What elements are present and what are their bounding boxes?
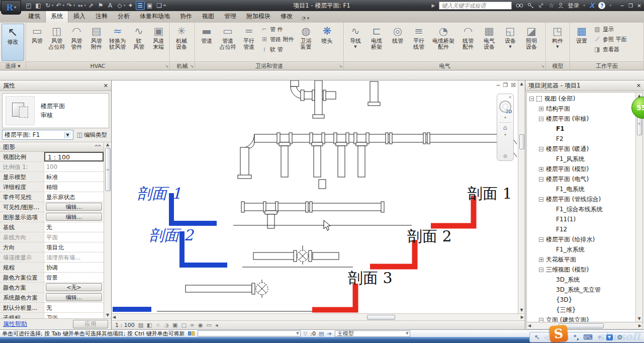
tree-item-f1-water-system[interactable]: F1_水系统 (527, 244, 635, 254)
tab-addins[interactable]: 附加模块 (241, 11, 275, 23)
ime-punctuation-icon[interactable]: °, (574, 333, 579, 341)
reveal-hidden-elements-icon[interactable]: ◉ (198, 322, 203, 328)
ime-settings-icon[interactable]: ⚙ (617, 333, 623, 341)
aligned-dimension-button[interactable]: ⇗ (86, 1, 96, 10)
browser-horizontal-scrollbar[interactable]: ◀ ▶ (526, 322, 643, 329)
collapse-toggle[interactable] (539, 268, 543, 272)
system-color-scheme-button[interactable]: 编辑... (46, 293, 102, 301)
tree-item-floor-plans-audit[interactable]: 楼层平面 (审核) (527, 114, 635, 124)
view-minimize-button[interactable]: ─ (497, 82, 500, 89)
show-crop-region-icon[interactable]: ▢ (181, 322, 186, 328)
login-button[interactable]: 登录 (568, 2, 579, 10)
close-icon[interactable]: ✕ (104, 82, 108, 89)
dialog-launcher-icon[interactable]: ↘ (190, 64, 194, 68)
duct-placeholder-button[interactable]: ◫风管 占位符 (47, 23, 66, 51)
worksharing-icon[interactable] (188, 331, 195, 335)
panel-label-work-plane[interactable]: 工作平面 (570, 61, 643, 70)
modify-button[interactable]: ↖ 修改 (2, 24, 24, 61)
scroll-up-icon[interactable]: ▲ (106, 142, 109, 147)
app-menu-button[interactable]: R▾ (1, 0, 21, 15)
tree-item-floor-plans-model[interactable]: 楼层平面 (模型) (527, 164, 635, 174)
properties-title-bar[interactable]: 属性 ✕ (0, 80, 111, 91)
pipe-button[interactable]: ▬管道 (196, 23, 217, 44)
scroll-right-icon[interactable]: ▶ (521, 315, 525, 319)
ime-skin-icon[interactable]: ▼ (606, 334, 613, 340)
sync-button[interactable]: ↻ (43, 1, 52, 10)
reference-plane-button[interactable]: ⟋参照 平面 (592, 35, 628, 43)
communication-icon[interactable] (538, 3, 544, 9)
collapse-toggle[interactable] (529, 97, 534, 101)
dialog-launcher-icon[interactable]: ↘ (541, 64, 544, 68)
tree-item-3d-system-no-risers[interactable]: 3D_系统_无立管 (527, 285, 635, 295)
canvas-vertical-scrollbar[interactable]: ▲ ▼ (518, 80, 525, 313)
editable-only-icon[interactable]: ▤ (319, 330, 324, 337)
property-row[interactable]: 系统颜色方案编辑... (0, 293, 104, 303)
exchange-apps-button[interactable]: X (589, 2, 595, 10)
sun-path-icon[interactable]: ☼ (156, 322, 161, 328)
section-button[interactable]: ✦ (126, 1, 135, 10)
measure-button[interactable]: ↔ (76, 1, 85, 10)
conduit-button[interactable]: ◎线管 (387, 23, 408, 44)
text-button[interactable]: A (106, 1, 115, 10)
flex-pipe-button[interactable]: ≀软 管 (259, 45, 296, 53)
view-close-button[interactable]: ☒ (511, 82, 516, 89)
floor-plan-canvas[interactable]: 剖面 1 剖面 2 剖面 1 剖面 2 剖面 3 (112, 80, 517, 313)
tree-item-views-all[interactable]: 视图 (全部) (527, 94, 635, 104)
sprinkler-button[interactable]: ❋喷头 (317, 23, 338, 44)
panel-label-model[interactable]: 模型 (546, 61, 570, 70)
properties-help-link[interactable]: 属性帮助 (3, 320, 27, 328)
property-row[interactable]: 方向项目北 (0, 242, 104, 252)
scroll-down-icon[interactable]: ▼ (637, 316, 640, 322)
canvas-horizontal-scrollbar[interactable]: ◀ ▶ (112, 314, 525, 321)
open-button[interactable]: ◰ (24, 1, 33, 10)
redo-button[interactable]: ↷ (65, 1, 74, 10)
section-label-red-3[interactable]: 剖面 3 (348, 269, 393, 287)
pipe-accessory-button[interactable]: ⊞管路 附件 (259, 35, 296, 43)
wire-button[interactable]: ∿导线▼ (345, 23, 366, 49)
close-icon[interactable]: ✕ (636, 82, 641, 89)
tree-item-3d-cn[interactable]: {三维} (527, 305, 635, 315)
switch-windows-button[interactable]: ❏ (155, 1, 164, 10)
ime-pointer-icon[interactable]: ↖ (534, 333, 540, 341)
cable-tray-button[interactable]: ⊏电缆 桥架 (366, 23, 387, 51)
tab-view[interactable]: 视图 (197, 11, 219, 23)
color-scheme-button[interactable]: <无> (46, 283, 102, 291)
pipe-fitting-button[interactable]: ⌐管 件 (259, 25, 296, 33)
restore-button[interactable]: ❐ (627, 2, 634, 10)
scroll-up-icon[interactable]: ▲ (520, 80, 523, 86)
tree-item-floor-plans-plumbing[interactable]: 楼层平面 (给排水) (527, 234, 635, 244)
tree-item-f1-cabling-system[interactable]: F1_综合布线系统 (527, 204, 635, 214)
apply-button[interactable]: 应用 (73, 320, 108, 328)
conduit-fitting-button[interactable]: ◠线管 配件 (457, 23, 479, 51)
section-label-blue-2[interactable]: 剖面 2 (149, 226, 195, 244)
navbar-collapse-icon[interactable]: ⊖ (503, 153, 507, 159)
ime-extra-icon[interactable]: ✦ (597, 333, 602, 341)
undo-button[interactable]: ↶ (54, 1, 63, 10)
ime-keyboard-icon[interactable]: ⌨ (583, 333, 593, 341)
properties-scrollbar[interactable]: ▲ ≡ ▼ (104, 142, 111, 318)
scale-button[interactable]: 1 : 100 (115, 322, 135, 328)
tree-item-3d-default[interactable]: {3D} (527, 295, 635, 305)
browser-vertical-scrollbar[interactable]: ▲ ≡ ▼ (635, 93, 642, 322)
tab-systems[interactable]: 系统 (45, 10, 68, 23)
collapse-toggle[interactable] (539, 147, 543, 151)
tab-insert[interactable]: 插入 (68, 11, 90, 23)
ime-prev-icon[interactable]: ◁ (544, 333, 549, 341)
property-row[interactable]: 颜色方案位置背景 (0, 273, 104, 283)
ime-language-icon[interactable]: 中 (553, 333, 560, 342)
duct-fitting-button[interactable]: ◠风管 管件 (67, 23, 86, 51)
chevron-down-icon[interactable]: ▾ (504, 133, 506, 137)
scroll-down-icon[interactable]: ▼ (106, 313, 109, 318)
property-row[interactable]: 视图比例1 : 100 (0, 152, 104, 162)
steering-wheel-icon[interactable] (499, 101, 511, 113)
close-hidden-windows-button[interactable]: ▣ (145, 1, 154, 10)
scrollbar-thumb[interactable] (559, 323, 604, 328)
tab-analyze[interactable]: 分析 (113, 11, 135, 23)
viewer-button[interactable]: ◨查看器 (592, 45, 628, 53)
collapse-toggle[interactable] (539, 237, 543, 242)
property-row[interactable]: 详细程度精细 (0, 182, 104, 192)
help-button[interactable]: ? (598, 2, 605, 9)
search-input[interactable] (439, 2, 512, 10)
edit-type-button[interactable]: ◫ 编辑类型 (75, 130, 109, 140)
ime-fullwidth-icon[interactable]: ☾ (564, 333, 570, 341)
